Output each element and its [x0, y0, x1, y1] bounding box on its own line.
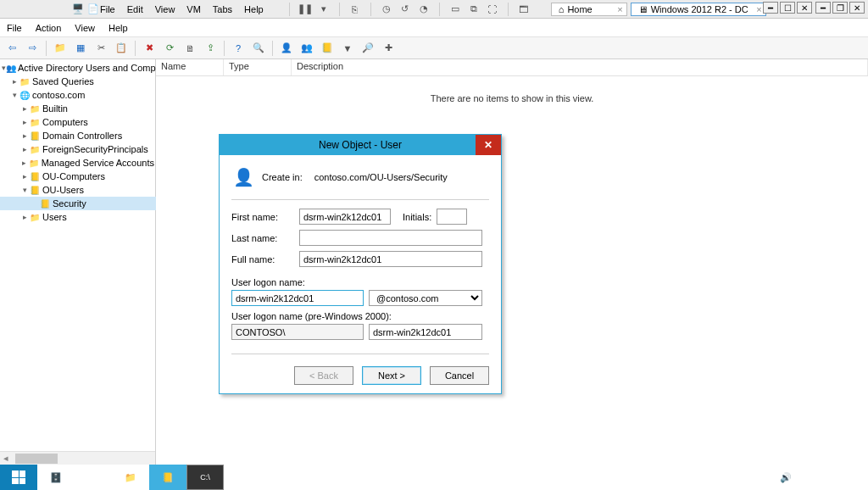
show-hide-icon[interactable]: ▦ — [72, 40, 89, 57]
app-menu-file[interactable]: File — [7, 23, 22, 33]
export-icon[interactable]: 🗎 — [181, 40, 198, 57]
pause-icon[interactable]: ❚❚ — [298, 3, 312, 16]
add-icon[interactable]: ✚ — [380, 40, 397, 57]
expand-icon[interactable]: ▸ — [20, 145, 29, 153]
close-icon[interactable]: ✕ — [849, 2, 865, 14]
expand-icon[interactable]: ▸ — [10, 77, 19, 86]
expand-icon[interactable]: ▸ — [20, 118, 29, 126]
help-icon[interactable]: ? — [230, 40, 247, 57]
vm-menu-vm[interactable]: VM — [186, 4, 201, 14]
vm-tab-active[interactable]: 🖥 Windows 2012 R2 - DC × — [631, 3, 766, 16]
library-icon[interactable]: 🗔 — [517, 3, 531, 16]
maximize-icon[interactable]: ☐ — [780, 2, 795, 14]
task-explorer[interactable]: 📁 — [112, 465, 149, 490]
expand-icon[interactable]: ▸ — [20, 213, 29, 221]
copy-icon[interactable]: 📋 — [113, 40, 130, 57]
cancel-button[interactable]: Cancel — [430, 366, 489, 385]
vm-menu-view[interactable]: View — [155, 4, 175, 14]
tree-dcs[interactable]: ▸Domain Controllers — [0, 129, 156, 142]
unity-icon[interactable]: ⧉ — [467, 3, 481, 16]
new-ou-icon[interactable]: 📒 — [319, 40, 336, 57]
collapse-icon[interactable]: ▾ — [20, 186, 29, 194]
task-cmd[interactable]: C:\ — [186, 465, 224, 490]
maximize-icon[interactable]: ❐ — [832, 2, 848, 14]
tree-computers[interactable]: ▸Computers — [0, 115, 156, 129]
app-menu-view[interactable]: View — [75, 23, 95, 33]
snapshot-icon[interactable]: ⎘ — [348, 3, 362, 16]
tree-msa[interactable]: ▸Managed Service Accounts — [0, 156, 156, 170]
manage-icon[interactable]: ◔ — [417, 3, 431, 16]
vm-menu-edit[interactable]: Edit — [127, 4, 143, 14]
tree-ou-users[interactable]: ▾OU-Users — [0, 183, 156, 197]
properties-icon[interactable]: ⇪ — [202, 40, 219, 57]
logon-suffix-select[interactable]: @contoso.com — [369, 290, 482, 306]
dropdown-icon[interactable]: ▾ — [317, 3, 331, 16]
tree-users[interactable]: ▸Users — [0, 210, 156, 224]
col-name[interactable]: Name — [156, 59, 224, 75]
task-aduc[interactable]: 📒 — [149, 465, 186, 490]
close-button[interactable]: ✕ — [476, 135, 501, 155]
vm-menu-help[interactable]: Help — [244, 4, 264, 14]
action-center-icon[interactable] — [751, 473, 759, 482]
tree-scrollbar[interactable]: ◂ — [0, 451, 155, 465]
close-icon[interactable]: ✕ — [797, 2, 812, 14]
forward-icon[interactable]: ⇨ — [24, 40, 41, 57]
first-name-field[interactable] — [299, 209, 391, 225]
tree-security[interactable]: Security — [0, 197, 156, 210]
clock[interactable]: 11:05 AM 8/18/2018 — [827, 468, 865, 487]
cut-icon[interactable]: ✂ — [92, 40, 109, 57]
find-icon[interactable]: 🔍 — [250, 40, 267, 57]
scroll-left-icon[interactable]: ◂ — [0, 453, 12, 464]
back-icon[interactable]: ⇦ — [3, 40, 20, 57]
vm-tab-home[interactable]: ⌂ Home × — [551, 3, 627, 16]
full-name-field[interactable] — [299, 251, 482, 267]
expand-icon[interactable]: ▸ — [20, 172, 29, 181]
close-icon[interactable]: × — [756, 4, 761, 14]
dialog-titlebar[interactable]: New Object - User ✕ — [220, 135, 501, 155]
up-icon[interactable]: 📁 — [52, 40, 69, 57]
scroll-thumb[interactable] — [15, 454, 58, 464]
logon-name-field[interactable] — [231, 290, 364, 306]
revert-icon[interactable]: ↺ — [398, 3, 412, 16]
app-menu-help[interactable]: Help — [108, 23, 128, 33]
fit-icon[interactable]: ▭ — [448, 3, 462, 16]
minimize-icon[interactable]: ━ — [763, 2, 778, 14]
fullscreen-icon[interactable]: ⛶ — [486, 3, 499, 16]
initials-field[interactable] — [437, 209, 467, 225]
clock-icon[interactable]: ◷ — [380, 3, 393, 16]
tree-ou-computers[interactable]: ▸OU-Computers — [0, 170, 156, 183]
new-group-icon[interactable]: 👥 — [298, 40, 315, 57]
minimize-icon[interactable]: ━ — [815, 2, 831, 14]
tree-pane[interactable]: ▾ Active Directory Users and Computers [… — [0, 59, 156, 451]
col-desc[interactable]: Description — [292, 59, 868, 75]
network-icon[interactable]: ▥ — [765, 473, 773, 482]
task-server-manager[interactable]: 🗄️ — [37, 465, 75, 490]
start-button[interactable] — [0, 465, 37, 490]
vm-menu-file[interactable]: File — [100, 4, 115, 14]
app-menu-action[interactable]: Action — [36, 23, 62, 33]
volume-icon[interactable] — [780, 472, 792, 483]
logon2000-user-field[interactable] — [369, 324, 482, 340]
tree-fsp[interactable]: ▸ForeignSecurityPrincipals — [0, 142, 156, 156]
col-type[interactable]: Type — [224, 59, 292, 75]
language-indicator[interactable]: ENG UK — [798, 469, 821, 486]
expand-icon[interactable]: ▸ — [19, 159, 28, 167]
filter-icon[interactable]: ▼ — [339, 40, 356, 57]
tree-saved-queries[interactable]: ▸ Saved Queries — [0, 75, 156, 88]
refresh-icon[interactable]: ⟳ — [161, 40, 178, 57]
tree-domain[interactable]: ▾ contoso.com — [0, 88, 156, 102]
expand-icon[interactable]: ▸ — [20, 104, 29, 113]
tree-builtin[interactable]: ▸Builtin — [0, 102, 156, 115]
delete-icon[interactable]: ✖ — [141, 40, 158, 57]
next-button[interactable]: Next > — [362, 366, 421, 385]
new-user-icon[interactable]: 👤 — [278, 40, 295, 57]
last-name-field[interactable] — [299, 230, 482, 246]
task-powershell[interactable]: ⧁ — [75, 465, 112, 490]
search-icon[interactable]: 🔎 — [359, 40, 376, 57]
expand-icon[interactable]: ▸ — [20, 131, 29, 140]
close-icon[interactable]: × — [617, 4, 622, 14]
collapse-icon[interactable]: ▾ — [10, 91, 19, 99]
vm-menu-tabs[interactable]: Tabs — [213, 4, 232, 14]
tree-root[interactable]: ▾ Active Directory Users and Computers [… — [0, 61, 156, 75]
tray-chevron-icon[interactable]: ▴ — [740, 473, 744, 482]
